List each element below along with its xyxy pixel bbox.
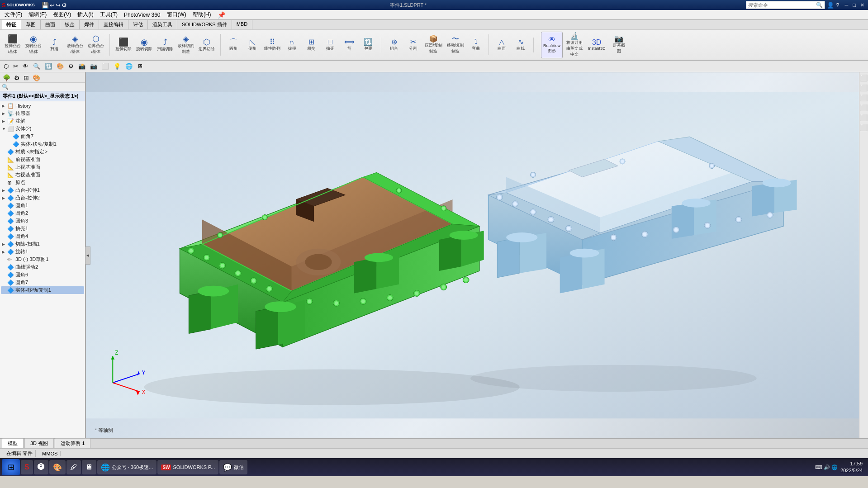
minimize-button[interactable]: ─ (843, 2, 850, 9)
fillet-button[interactable]: ⌒ 圆角 (224, 38, 242, 52)
loft-button[interactable]: ◈ 放样凸台/基体 (65, 34, 85, 56)
toolbar-tab-direct-edit[interactable]: 直接编辑 (99, 20, 128, 29)
user-icon[interactable]: 👤 (827, 2, 834, 9)
shell-button[interactable]: □ 抽壳 (321, 38, 339, 52)
tree-item-move-copy-final[interactable]: 🔷 实体-移动/复制1 (1, 286, 84, 294)
tree-item-move-copy1[interactable]: 🔷 实体-移动/复制1 (1, 140, 84, 148)
taskbar-item-monitor[interactable]: 🖥 (82, 460, 96, 474)
help-icon[interactable]: ? (836, 2, 839, 9)
toolbar-tab-sketch[interactable]: 草图 (21, 20, 41, 29)
3d-viewport[interactable]: Y X Z (86, 72, 859, 438)
right-expand6-btn[interactable]: ⬜ (859, 123, 868, 132)
tree-item-sensors[interactable]: ▶ 📡 传感器 (1, 109, 84, 117)
view-filter-button[interactable]: ⚙ (66, 62, 76, 71)
cut-extrude-button[interactable]: ⬛ 拉伸切除 (114, 34, 133, 56)
redo-icon[interactable]: ↪ (56, 2, 61, 9)
view-rotate-button[interactable]: 🔃 (43, 62, 54, 71)
instant3d-button[interactable]: 3D Instant3D (586, 32, 607, 58)
tree-item-shell1[interactable]: 🔷 抽壳1 (1, 225, 84, 232)
toolbar-tab-features[interactable]: 特征 (2, 20, 21, 29)
realview-button[interactable]: 👁 RealView图形 (541, 32, 563, 58)
search-input[interactable] (748, 2, 816, 8)
sweep-button[interactable]: ⤴ 扫描 (44, 34, 64, 56)
linear-pattern-button[interactable]: ⠿ 线性阵列 (262, 38, 282, 52)
view-appearance-button[interactable]: 🎨 (55, 62, 66, 71)
tree-item-curve-drive2[interactable]: 🔷 曲线驱动2 (1, 263, 84, 271)
tree-item-3d-sketch1[interactable]: ✏ 3D (-) 3D草图1 (1, 256, 84, 263)
curves-button[interactable]: ∿ 曲线 (512, 38, 530, 52)
menu-item-insert[interactable]: 插入(I) (75, 10, 96, 19)
indent-button[interactable]: 📦 压凹/复制制造 (423, 34, 444, 55)
tree-item-solid-bodies[interactable]: ▼ ⬜ 实体(2) (1, 125, 84, 133)
taskbar-item-illustrator[interactable]: 🎨 (49, 460, 66, 474)
right-expand3-btn[interactable]: ⬜ (859, 93, 868, 102)
appearance-manager-icon[interactable]: 🎨 (31, 73, 42, 82)
view-orient-button[interactable]: ⬡ (2, 62, 10, 71)
cut-loft-button[interactable]: ◈ 放样切割制造 (176, 34, 196, 56)
config-manager-icon[interactable]: ⊞ (22, 73, 31, 82)
tree-item-fillet1[interactable]: 🔷 圆角1 (1, 202, 84, 209)
save-icon[interactable]: 💾 (42, 2, 49, 9)
view-snapshot-button[interactable]: 📸 (76, 62, 87, 71)
ref-geometry-button[interactable]: △ 曲面 (493, 38, 511, 52)
toolbar-tab-plugins[interactable]: SOLIDWORKS 插件 (177, 20, 232, 29)
panel-collapse-arrow[interactable]: ◄ (85, 246, 90, 265)
taskbar-item-photoshop[interactable]: 🅟 (34, 460, 48, 474)
curve-button[interactable]: ⤵ 弯曲 (467, 34, 485, 55)
tree-item-annotations[interactable]: ▶ 📝 注解 (1, 117, 84, 125)
taskbar-item-360[interactable]: 🌐 公众号 · 360极速... (97, 460, 157, 474)
tree-item-history[interactable]: ▶ 📋 History (1, 102, 84, 109)
boss-extrude-button[interactable]: ⬛ 拉伸凸台/基体 (3, 34, 23, 56)
tree-item-revolve1[interactable]: ▶ 🔷 旋转1 (1, 248, 84, 256)
toolbar-tab-evaluate[interactable]: 评估 (128, 20, 148, 29)
view-section-button[interactable]: ✂ (11, 62, 20, 71)
property-manager-icon[interactable]: ⚙ (12, 73, 22, 82)
flex-button[interactable]: 〜 移动/复制制造 (445, 34, 466, 55)
bottom-tab-3dview[interactable]: 3D 视图 (24, 438, 54, 448)
tree-item-boss-pull1[interactable]: ▶ 🔷 凸台-拉伸1 (1, 186, 84, 194)
toolbar-tab-surface[interactable]: 曲面 (41, 20, 60, 29)
tree-item-fillet7-bottom[interactable]: 🔷 圆角7 (1, 279, 84, 286)
taskbar-item-solidworks-logo[interactable]: S (21, 460, 33, 474)
menu-item-photoview[interactable]: PhotoView 360 (121, 11, 163, 19)
maximize-button[interactable]: □ (851, 2, 858, 9)
command-search-box[interactable]: 🔍 (746, 1, 825, 9)
view-display2-button[interactable]: 🖥 (135, 62, 145, 71)
undo-icon[interactable]: ↩ (50, 2, 55, 9)
split-button[interactable]: ✂ 分割 (404, 34, 422, 55)
tree-item-boss-pull2[interactable]: ▶ 🔷 凸台-拉伸2 (1, 194, 84, 202)
filter-icon[interactable]: 🔍 (2, 84, 9, 90)
cut-revolve-button[interactable]: ◉ 旋转切除 (134, 34, 154, 56)
toolbar-tab-weldment[interactable]: 焊件 (80, 20, 99, 29)
tree-item-fillet7[interactable]: 🔷 面角7 (1, 133, 84, 140)
tree-item-right-plane[interactable]: 📐 右视基准面 (1, 171, 84, 179)
start-button[interactable]: ⊞ (2, 459, 20, 475)
chamfer-button[interactable]: ◺ 倒角 (243, 38, 261, 52)
view-lights-button[interactable]: 💡 (112, 62, 123, 71)
boss-revolve-button[interactable]: ◉ 旋转凸台/基体 (24, 34, 43, 56)
tree-item-front-plane[interactable]: 📐 前视基准面 (1, 156, 84, 163)
right-expand2-btn[interactable]: ⬜ (859, 83, 868, 92)
feature-manager-icon[interactable]: 🌳 (1, 73, 12, 82)
right-expand4-btn[interactable]: ⬜ (859, 103, 868, 112)
tree-item-fillet4[interactable]: 🔷 圆角4 (1, 232, 84, 240)
boundary-button[interactable]: ⬡ 边界凸台/基体 (86, 34, 106, 56)
menu-item-view[interactable]: 视图(V) (50, 10, 74, 19)
tree-item-fillet3[interactable]: 🔷 圆角3 (1, 217, 84, 225)
bottom-tab-model[interactable]: 模型 (2, 438, 24, 448)
taskbar-item-pen[interactable]: 🖊 (66, 460, 81, 474)
rib-button[interactable]: ⊞ 相交 (302, 38, 320, 52)
close-button[interactable]: ✕ (859, 2, 866, 9)
menu-item-edit[interactable]: 编辑(E) (26, 10, 49, 19)
screenshot-button[interactable]: 📷 屏幕截图 (609, 32, 629, 58)
draft-button[interactable]: ⏢ 拔模 (283, 38, 301, 52)
taskbar-item-solidworks[interactable]: SW SOLIDWORKS P... (157, 460, 218, 474)
menu-pin-icon[interactable]: 📌 (215, 10, 228, 19)
tree-item-top-plane[interactable]: 📐 上视基准面 (1, 163, 84, 171)
menu-item-file[interactable]: 文件(F) (2, 10, 25, 19)
menu-item-tools[interactable]: 工具(T) (97, 10, 120, 19)
wrap-button[interactable]: 🔃 包覆 (359, 38, 377, 52)
bottom-tab-motion[interactable]: 运动算例 1 (55, 438, 90, 448)
menu-item-window[interactable]: 窗口(W) (164, 10, 189, 19)
options-icon[interactable]: ⚙ (62, 2, 67, 9)
